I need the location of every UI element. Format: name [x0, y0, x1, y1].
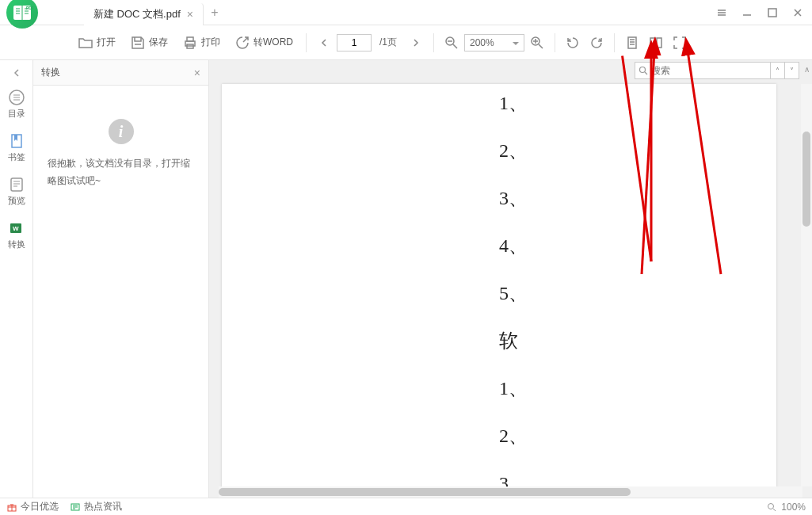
status-news[interactable]: 热点资讯: [70, 500, 122, 513]
svg-point-15: [640, 67, 646, 73]
doc-line: 软: [499, 328, 776, 353]
svg-text:PDF: PDF: [26, 6, 33, 10]
zoom-select[interactable]: 200%: [464, 34, 524, 52]
h-scroll-thumb[interactable]: [219, 488, 631, 496]
open-button[interactable]: 打开: [71, 32, 122, 54]
sidebar-item-bookmark[interactable]: 书签: [0, 126, 33, 170]
zoom-out-button[interactable]: [440, 32, 463, 54]
panel-header: 转换 ×: [33, 60, 208, 86]
status-bar: 今日优选 热点资讯 100%: [0, 498, 812, 515]
rotate-right-button[interactable]: [585, 32, 608, 54]
fullscreen-button[interactable]: [669, 32, 691, 54]
print-button[interactable]: 打印: [176, 32, 227, 54]
collapse-sidebar-button[interactable]: [0, 63, 32, 82]
gift-icon: [6, 502, 17, 513]
v-scroll-thumb[interactable]: [802, 132, 810, 227]
side-panel: 转换 × i 很抱歉，该文档没有目录，打开缩略图试试吧~: [33, 60, 209, 498]
side-navigation: 目录 书签 预览 W 转换: [0, 60, 33, 498]
search-icon: [639, 66, 648, 75]
rotate-left-button[interactable]: [562, 32, 584, 54]
sidebar-item-convert[interactable]: W 转换: [0, 213, 33, 257]
convert-word-button[interactable]: 转WORD: [228, 32, 299, 54]
print-icon: [182, 35, 198, 51]
doc-line: 5、: [499, 280, 776, 306]
prev-page-button[interactable]: [313, 32, 335, 54]
document-viewer: ˄ ˅ ∧ 1、 2、 3、 4、 5、 软 1、 2、 3、 4、: [209, 60, 812, 498]
page-total-label: /1页: [373, 36, 403, 49]
doc-line: 4、: [499, 233, 776, 258]
panel-body: i 很抱歉，该文档没有目录，打开缩略图试试吧~: [33, 86, 208, 498]
search-next-button[interactable]: ˅: [785, 62, 799, 79]
doc-line: 1、: [499, 376, 776, 401]
save-icon: [130, 35, 146, 51]
add-tab-button[interactable]: +: [204, 2, 226, 24]
status-today[interactable]: 今日优选: [6, 500, 59, 513]
svg-rect-4: [187, 37, 193, 41]
zoom-status-icon: [767, 502, 776, 512]
save-button[interactable]: 保存: [124, 32, 174, 54]
main-body: 目录 书签 预览 W 转换 转换 × i 很抱歉，该文档没有目录，打开缩略图试试…: [0, 60, 812, 498]
doc-line: 1、: [499, 90, 776, 116]
maximize-icon[interactable]: [761, 2, 783, 24]
convert-icon: W: [8, 219, 25, 237]
svg-rect-10: [657, 38, 661, 48]
app-logo: PDF: [6, 0, 38, 29]
folder-icon: [78, 35, 93, 51]
document-tab[interactable]: 新建 DOC 文档.pdf ×: [84, 3, 204, 25]
toc-icon: [8, 89, 25, 106]
doc-line: 2、: [499, 138, 776, 163]
close-window-icon[interactable]: [787, 2, 809, 24]
svg-rect-8: [628, 37, 636, 48]
main-toolbar: 打开 保存 打印 转WORD /1页 200%: [0, 25, 812, 60]
panel-message: 很抱歉，该文档没有目录，打开缩略图试试吧~: [48, 155, 194, 189]
horizontal-scrollbar[interactable]: [219, 486, 802, 498]
info-icon: i: [109, 119, 134, 144]
vertical-scrollbar[interactable]: [801, 84, 812, 486]
bookmark-icon: [8, 132, 25, 150]
share-icon: [234, 35, 250, 51]
menu-icon[interactable]: [711, 2, 733, 24]
doc-line: 3、: [499, 185, 776, 211]
sidebar-item-toc[interactable]: 目录: [0, 82, 33, 126]
minimize-icon[interactable]: [736, 2, 758, 24]
search-prev-button[interactable]: ˄: [771, 62, 785, 79]
sidebar-item-preview[interactable]: 预览: [0, 170, 33, 213]
svg-rect-2: [768, 9, 776, 17]
zoom-in-button[interactable]: [526, 32, 548, 54]
two-page-view-button[interactable]: [645, 32, 667, 54]
title-bar: PDF 新建 DOC 文档.pdf × +: [0, 0, 812, 25]
next-page-button[interactable]: [405, 32, 427, 54]
panel-title: 转换: [41, 66, 60, 79]
svg-rect-12: [11, 178, 22, 191]
scroll-up-icon[interactable]: ∧: [801, 63, 812, 74]
window-controls: [711, 2, 812, 24]
page-number-input[interactable]: [337, 34, 372, 52]
search-input[interactable]: [651, 65, 767, 76]
doc-line: 2、: [499, 423, 776, 448]
close-tab-icon[interactable]: ×: [187, 8, 193, 21]
preview-icon: [8, 176, 25, 193]
status-zoom[interactable]: 100%: [767, 502, 806, 513]
svg-text:W: W: [13, 225, 19, 232]
tab-title: 新建 DOC 文档.pdf: [93, 7, 181, 21]
svg-point-18: [768, 503, 774, 509]
single-page-view-button[interactable]: [621, 32, 643, 54]
search-box[interactable]: [635, 62, 771, 79]
svg-rect-9: [650, 38, 655, 48]
panel-close-button[interactable]: ×: [194, 67, 200, 79]
search-bar: ˄ ˅: [635, 62, 799, 79]
news-icon: [70, 502, 81, 513]
document-page: 1、 2、 3、 4、 5、 软 1、 2、 3、 4、: [222, 84, 776, 498]
